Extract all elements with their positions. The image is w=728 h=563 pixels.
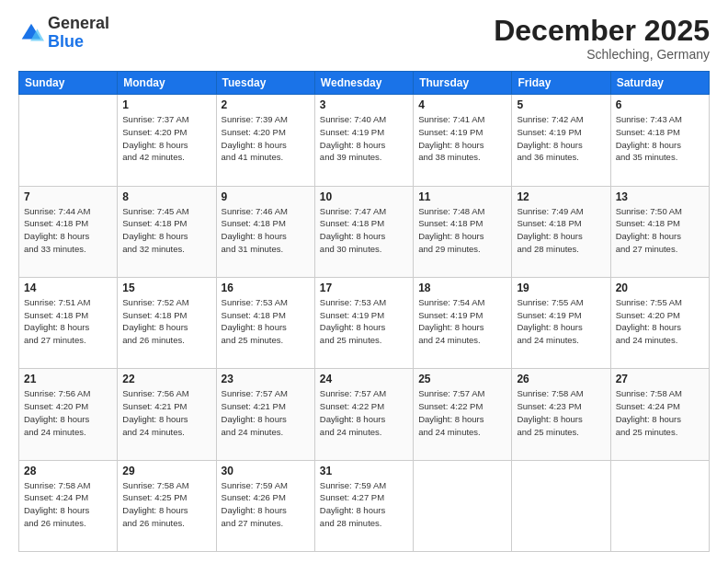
- day-info: Sunrise: 7:57 AMSunset: 4:21 PMDaylight:…: [222, 387, 310, 438]
- header: General Blue December 2025 Schleching, G…: [18, 15, 710, 62]
- day-info: Sunrise: 7:58 AMSunset: 4:25 PMDaylight:…: [122, 479, 210, 530]
- day-number: 9: [222, 190, 310, 203]
- title-section: December 2025 Schleching, Germany: [494, 15, 710, 62]
- calendar-cell: 3Sunrise: 7:40 AMSunset: 4:19 PMDaylight…: [314, 95, 413, 186]
- day-info: Sunrise: 7:57 AMSunset: 4:22 PMDaylight:…: [320, 387, 408, 438]
- calendar-cell: 14Sunrise: 7:51 AMSunset: 4:18 PMDayligh…: [19, 277, 118, 368]
- day-number: 19: [517, 282, 605, 294]
- calendar-cell: 17Sunrise: 7:53 AMSunset: 4:19 PMDayligh…: [314, 277, 413, 368]
- calendar-cell: 21Sunrise: 7:56 AMSunset: 4:20 PMDayligh…: [19, 369, 118, 460]
- header-wednesday: Wednesday: [314, 72, 413, 95]
- day-number: 21: [24, 373, 112, 385]
- day-number: 3: [320, 98, 408, 111]
- calendar-table: Sunday Monday Tuesday Wednesday Thursday…: [18, 71, 710, 552]
- day-number: 8: [122, 190, 210, 203]
- day-info: Sunrise: 7:57 AMSunset: 4:22 PMDaylight:…: [418, 387, 506, 438]
- header-monday: Monday: [118, 72, 216, 95]
- day-number: 31: [320, 465, 408, 477]
- calendar-week-3: 14Sunrise: 7:51 AMSunset: 4:18 PMDayligh…: [19, 277, 710, 368]
- day-info: Sunrise: 7:53 AMSunset: 4:19 PMDaylight:…: [320, 296, 408, 347]
- day-number: 10: [320, 190, 408, 203]
- day-info: Sunrise: 7:37 AMSunset: 4:20 PMDaylight:…: [122, 113, 210, 164]
- day-info: Sunrise: 7:53 AMSunset: 4:18 PMDaylight:…: [222, 296, 310, 347]
- day-number: 30: [222, 465, 310, 477]
- day-number: 12: [517, 190, 605, 203]
- header-saturday: Saturday: [610, 72, 709, 95]
- calendar-week-5: 28Sunrise: 7:58 AMSunset: 4:24 PMDayligh…: [19, 460, 710, 551]
- logo-icon: [18, 20, 44, 46]
- header-tuesday: Tuesday: [216, 72, 314, 95]
- calendar-week-4: 21Sunrise: 7:56 AMSunset: 4:20 PMDayligh…: [19, 369, 710, 460]
- day-info: Sunrise: 7:40 AMSunset: 4:19 PMDaylight:…: [320, 113, 408, 164]
- day-number: 28: [24, 465, 112, 477]
- calendar-cell: 15Sunrise: 7:52 AMSunset: 4:18 PMDayligh…: [118, 277, 216, 368]
- header-sunday: Sunday: [19, 72, 118, 95]
- calendar-cell: 9Sunrise: 7:46 AMSunset: 4:18 PMDaylight…: [216, 186, 314, 277]
- day-info: Sunrise: 7:59 AMSunset: 4:26 PMDaylight:…: [222, 479, 310, 530]
- day-info: Sunrise: 7:50 AMSunset: 4:18 PMDaylight:…: [616, 205, 704, 256]
- day-info: Sunrise: 7:55 AMSunset: 4:20 PMDaylight:…: [616, 296, 704, 347]
- calendar-cell: 24Sunrise: 7:57 AMSunset: 4:22 PMDayligh…: [314, 369, 413, 460]
- day-number: 18: [418, 282, 506, 294]
- day-number: 14: [24, 282, 112, 294]
- day-info: Sunrise: 7:44 AMSunset: 4:18 PMDaylight:…: [24, 205, 112, 256]
- day-number: 11: [418, 190, 506, 203]
- day-info: Sunrise: 7:39 AMSunset: 4:20 PMDaylight:…: [222, 113, 310, 164]
- day-number: 23: [222, 373, 310, 385]
- day-info: Sunrise: 7:49 AMSunset: 4:18 PMDaylight:…: [517, 205, 605, 256]
- day-info: Sunrise: 7:41 AMSunset: 4:19 PMDaylight:…: [418, 113, 506, 164]
- header-thursday: Thursday: [414, 72, 512, 95]
- day-number: 4: [418, 98, 506, 111]
- day-info: Sunrise: 7:58 AMSunset: 4:24 PMDaylight:…: [24, 479, 112, 530]
- day-number: 17: [320, 282, 408, 294]
- calendar-cell: 19Sunrise: 7:55 AMSunset: 4:19 PMDayligh…: [512, 277, 610, 368]
- day-number: 5: [517, 98, 605, 111]
- day-number: 7: [24, 190, 112, 203]
- calendar-header-row: Sunday Monday Tuesday Wednesday Thursday…: [19, 72, 710, 95]
- day-info: Sunrise: 7:43 AMSunset: 4:18 PMDaylight:…: [616, 113, 704, 164]
- calendar-cell: 2Sunrise: 7:39 AMSunset: 4:20 PMDaylight…: [216, 95, 314, 186]
- calendar-cell: 29Sunrise: 7:58 AMSunset: 4:25 PMDayligh…: [118, 460, 216, 551]
- calendar-cell: 13Sunrise: 7:50 AMSunset: 4:18 PMDayligh…: [610, 186, 709, 277]
- calendar-cell: 25Sunrise: 7:57 AMSunset: 4:22 PMDayligh…: [414, 369, 512, 460]
- day-number: 16: [222, 282, 310, 294]
- day-number: 2: [222, 98, 310, 111]
- calendar-cell: 5Sunrise: 7:42 AMSunset: 4:19 PMDaylight…: [512, 95, 610, 186]
- calendar-cell: 7Sunrise: 7:44 AMSunset: 4:18 PMDaylight…: [19, 186, 118, 277]
- month-title: December 2025: [494, 15, 710, 47]
- day-info: Sunrise: 7:59 AMSunset: 4:27 PMDaylight:…: [320, 479, 408, 530]
- calendar-cell: 30Sunrise: 7:59 AMSunset: 4:26 PMDayligh…: [216, 460, 314, 551]
- calendar-cell: 10Sunrise: 7:47 AMSunset: 4:18 PMDayligh…: [314, 186, 413, 277]
- calendar-cell: 22Sunrise: 7:56 AMSunset: 4:21 PMDayligh…: [118, 369, 216, 460]
- page: General Blue December 2025 Schleching, G…: [0, 0, 728, 563]
- day-info: Sunrise: 7:42 AMSunset: 4:19 PMDaylight:…: [517, 113, 605, 164]
- day-number: 29: [122, 465, 210, 477]
- day-info: Sunrise: 7:48 AMSunset: 4:18 PMDaylight:…: [418, 205, 506, 256]
- calendar-cell: 1Sunrise: 7:37 AMSunset: 4:20 PMDaylight…: [118, 95, 216, 186]
- day-info: Sunrise: 7:55 AMSunset: 4:19 PMDaylight:…: [517, 296, 605, 347]
- location: Schleching, Germany: [494, 47, 710, 62]
- logo-general: General: [48, 14, 109, 32]
- calendar-cell: 16Sunrise: 7:53 AMSunset: 4:18 PMDayligh…: [216, 277, 314, 368]
- day-info: Sunrise: 7:54 AMSunset: 4:19 PMDaylight:…: [418, 296, 506, 347]
- calendar-cell: 4Sunrise: 7:41 AMSunset: 4:19 PMDaylight…: [414, 95, 512, 186]
- calendar-cell: 26Sunrise: 7:58 AMSunset: 4:23 PMDayligh…: [512, 369, 610, 460]
- day-number: 25: [418, 373, 506, 385]
- day-info: Sunrise: 7:47 AMSunset: 4:18 PMDaylight:…: [320, 205, 408, 256]
- day-info: Sunrise: 7:56 AMSunset: 4:21 PMDaylight:…: [122, 387, 210, 438]
- calendar-week-2: 7Sunrise: 7:44 AMSunset: 4:18 PMDaylight…: [19, 186, 710, 277]
- day-number: 6: [616, 98, 704, 111]
- calendar-cell: [414, 460, 512, 551]
- calendar-cell: [19, 95, 118, 186]
- day-number: 22: [122, 373, 210, 385]
- calendar-cell: 18Sunrise: 7:54 AMSunset: 4:19 PMDayligh…: [414, 277, 512, 368]
- calendar-cell: 11Sunrise: 7:48 AMSunset: 4:18 PMDayligh…: [414, 186, 512, 277]
- day-info: Sunrise: 7:51 AMSunset: 4:18 PMDaylight:…: [24, 296, 112, 347]
- calendar-cell: 27Sunrise: 7:58 AMSunset: 4:24 PMDayligh…: [610, 369, 709, 460]
- header-friday: Friday: [512, 72, 610, 95]
- calendar-cell: 23Sunrise: 7:57 AMSunset: 4:21 PMDayligh…: [216, 369, 314, 460]
- logo: General Blue: [18, 15, 109, 52]
- calendar-cell: 28Sunrise: 7:58 AMSunset: 4:24 PMDayligh…: [19, 460, 118, 551]
- calendar-cell: 31Sunrise: 7:59 AMSunset: 4:27 PMDayligh…: [314, 460, 413, 551]
- day-info: Sunrise: 7:58 AMSunset: 4:24 PMDaylight:…: [616, 387, 704, 438]
